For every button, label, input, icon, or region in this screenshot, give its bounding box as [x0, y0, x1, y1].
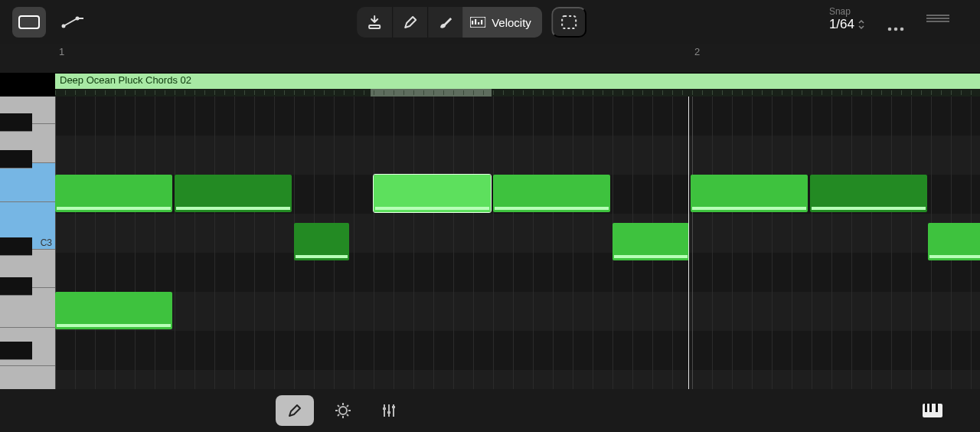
note-velocity-bar	[692, 207, 806, 210]
keyboard-toggle-button[interactable]	[916, 395, 949, 426]
grid-line	[573, 97, 573, 389]
region-tick	[971, 90, 972, 95]
grid-line	[772, 97, 773, 389]
pencil-icon	[403, 15, 417, 29]
svg-line-2	[64, 18, 77, 26]
region-tick	[463, 90, 464, 95]
ruler[interactable]: 12	[0, 44, 980, 74]
region-tick	[503, 90, 504, 95]
region-tick	[563, 90, 564, 95]
more-menu-button[interactable]	[882, 14, 910, 44]
region-tick	[553, 90, 554, 95]
region-tick-strip[interactable]	[55, 89, 980, 97]
keyboard-note-label: C3	[41, 237, 52, 248]
midi-note[interactable]	[55, 292, 172, 329]
midi-note[interactable]	[55, 175, 172, 212]
region-tick	[612, 90, 613, 95]
toolbar: Velocity Snap 1/64	[0, 0, 980, 44]
region-tick	[483, 90, 484, 95]
region-tick	[105, 90, 106, 95]
region-tick	[493, 90, 494, 95]
grid-line	[712, 97, 713, 389]
region-tick	[423, 90, 424, 95]
chevron-up-down-icon	[858, 19, 865, 30]
grid-line	[254, 97, 255, 389]
region-tick	[831, 90, 832, 95]
region-tick	[165, 90, 165, 95]
note-velocity-bar	[176, 207, 290, 210]
region-tick	[782, 90, 782, 95]
black-key[interactable]	[0, 113, 32, 132]
midi-note[interactable]	[294, 223, 349, 260]
snap-selector[interactable]: Snap 1/64	[829, 6, 865, 32]
bar-line	[55, 97, 56, 389]
marquee-icon	[560, 15, 577, 30]
mixer-button[interactable]	[372, 395, 406, 426]
brush-tool-button[interactable]	[427, 7, 462, 38]
black-key[interactable]	[0, 150, 32, 169]
region-tick	[155, 90, 155, 95]
grid-line	[593, 97, 593, 389]
svg-rect-36	[936, 404, 938, 412]
grid-line	[194, 97, 195, 389]
white-key[interactable]	[0, 163, 55, 202]
region-tick	[244, 90, 245, 95]
settings-button[interactable]	[326, 395, 360, 426]
region-tick	[712, 90, 713, 95]
midi-note[interactable]	[175, 175, 292, 212]
svg-rect-5	[369, 25, 380, 28]
region-tick	[224, 90, 225, 95]
grid-line	[433, 97, 434, 389]
midi-note[interactable]	[612, 223, 689, 260]
region-tick	[254, 90, 255, 95]
midi-note[interactable]	[374, 175, 491, 212]
grid-line	[374, 97, 374, 389]
region-tick	[473, 90, 474, 95]
region-tick	[55, 90, 56, 95]
black-key[interactable]	[0, 237, 32, 256]
pencil-tool-button[interactable]	[392, 7, 427, 38]
drag-handle[interactable]	[926, 14, 949, 23]
region-tick	[354, 90, 354, 95]
region-tick	[543, 90, 544, 95]
grid-line	[752, 97, 753, 389]
automation-view-button[interactable]	[55, 7, 89, 38]
region-tick	[752, 90, 753, 95]
grid-line	[75, 97, 76, 389]
grid-line	[473, 97, 474, 389]
sliders-icon	[381, 403, 397, 418]
region-tick	[603, 90, 603, 95]
velocity-mode-button[interactable]: Velocity	[462, 7, 542, 38]
marquee-select-button[interactable]	[551, 7, 586, 38]
midi-quantize-button[interactable]	[357, 7, 392, 38]
keyboard[interactable]: C3	[0, 97, 55, 389]
region-tick	[433, 90, 434, 95]
midi-note[interactable]	[691, 175, 808, 212]
grid-line	[274, 97, 275, 389]
grid-line	[533, 97, 534, 389]
region-tick	[672, 90, 673, 95]
region-tick	[702, 90, 703, 95]
black-key[interactable]	[0, 277, 32, 296]
region-tick	[384, 90, 384, 95]
notes-view-button[interactable]	[12, 7, 46, 38]
note-grid[interactable]	[55, 97, 980, 389]
region-tick	[65, 90, 66, 95]
edit-mode-button[interactable]	[276, 395, 314, 426]
black-key[interactable]	[0, 342, 32, 360]
playhead[interactable]	[688, 97, 689, 389]
region-tick	[344, 90, 345, 95]
midi-note[interactable]	[493, 175, 610, 212]
region-tick	[334, 90, 335, 95]
region-header[interactable]: Deep Ocean Pluck Chords 02	[55, 74, 980, 89]
white-key[interactable]	[0, 366, 55, 389]
grid-line	[394, 97, 394, 389]
svg-line-26	[338, 414, 339, 416]
region-tick	[722, 90, 723, 95]
svg-rect-32	[392, 406, 395, 408]
midi-note[interactable]	[928, 223, 980, 260]
grid-line	[831, 97, 832, 389]
note-velocity-bar	[296, 255, 348, 258]
region-tick	[682, 90, 683, 95]
midi-note[interactable]	[810, 175, 927, 212]
